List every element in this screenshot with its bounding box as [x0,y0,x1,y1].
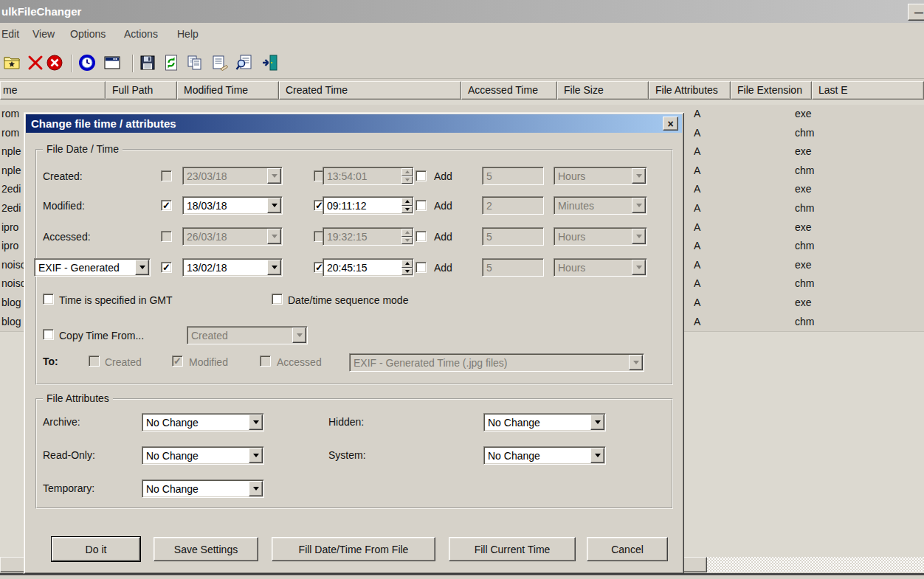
accessed-add-value-field[interactable]: 5 [482,227,544,246]
cancel-button[interactable]: Cancel [587,537,668,561]
accessed-add-unit-combobox[interactable]: Hours [554,227,647,246]
dropdown-arrow-icon[interactable] [590,448,604,463]
exif-generated-time-field[interactable]: 20:45:15 [323,258,414,277]
spin-down-button[interactable] [401,176,413,184]
spin-down-button[interactable] [401,237,413,245]
exif-generated-add-value-field[interactable]: 5 [482,258,544,277]
column-header-4[interactable]: Accessed Time [461,81,557,100]
clock-icon[interactable] [78,54,97,73]
menu-item-edit[interactable]: Edit [1,28,19,40]
sequence-mode-checkbox[interactable] [272,294,283,305]
dropdown-arrow-icon[interactable] [267,198,281,213]
spinner-buttons[interactable] [401,198,413,213]
read-only-combobox[interactable]: No Change [142,446,264,465]
created-date-combobox[interactable]: 23/03/18 [182,167,283,185]
menu-item-help[interactable]: Help [177,28,199,40]
save-settings-button[interactable]: Save Settings [154,537,258,561]
copy-time-from-combobox[interactable]: Created [187,326,308,344]
exif-source-combobox[interactable]: EXIF - Generated [34,258,151,277]
copy-time-from-checkbox[interactable] [43,329,54,340]
system-combobox[interactable]: No Change [483,446,606,465]
dropdown-arrow-icon[interactable] [632,229,646,244]
exif-generated-date-combobox[interactable]: 13/02/18 [182,258,283,277]
properties-icon[interactable] [211,54,230,73]
menu-item-view[interactable]: View [32,28,55,40]
modified-add-unit-combobox[interactable]: Minutes [554,196,647,215]
modified-date-combobox[interactable]: 18/03/18 [182,196,283,215]
gmt-checkbox[interactable] [43,294,54,305]
temporary-combobox[interactable]: No Change [142,479,264,498]
created-time-field[interactable]: 13:54:01 [323,167,414,185]
fill-current-time-button[interactable]: Fill Current Time [449,537,576,561]
minimize-button[interactable]: — [908,4,924,21]
spin-up-button[interactable] [401,198,413,206]
modified-time-field[interactable]: 09:11:12 [323,196,414,215]
accessed-add-checkbox[interactable] [416,231,427,242]
column-header-6[interactable]: File Attributes [649,81,731,100]
dropdown-arrow-icon[interactable] [590,415,604,430]
dropdown-arrow-icon[interactable] [632,168,646,184]
created-add-value-field[interactable]: 5 [482,167,544,185]
to-created-checkbox[interactable] [89,356,100,367]
column-header-8[interactable]: Last E [812,81,924,100]
dropdown-arrow-icon[interactable] [632,198,646,213]
fill-date-time-from-file-button[interactable]: Fill Date/Time From File [272,537,435,561]
exif-generated-add-checkbox[interactable] [416,262,427,273]
exif-generated-date-checkbox[interactable]: ✓ [161,262,172,273]
dropdown-arrow-icon[interactable] [249,415,263,430]
spin-up-button[interactable] [401,168,413,176]
delete-icon[interactable] [27,54,46,73]
hidden-combobox[interactable]: No Change [483,413,606,431]
dropdown-arrow-icon[interactable] [135,260,149,275]
window-icon[interactable] [103,54,123,73]
copy-icon[interactable] [186,54,205,73]
column-header-3[interactable]: Created Time [279,81,461,100]
spin-up-button[interactable] [401,260,413,268]
column-header-1[interactable]: Full Path [106,81,177,100]
stop-icon[interactable] [46,54,65,73]
dropdown-arrow-icon[interactable] [267,260,281,275]
dropdown-arrow-icon[interactable] [267,168,281,184]
dropdown-arrow-icon[interactable] [249,481,263,496]
dropdown-arrow-icon[interactable] [292,327,306,343]
exit-icon[interactable] [261,54,280,73]
window-titlebar[interactable]: ulkFileChanger — [0,0,924,23]
column-header-5[interactable]: File Size [557,81,649,100]
modified-add-value-field[interactable]: 2 [482,196,544,215]
created-date-checkbox[interactable] [161,170,172,181]
dropdown-arrow-icon[interactable] [249,448,263,463]
accessed-date-checkbox[interactable] [161,231,172,242]
exif-generated-add-unit-combobox[interactable]: Hours [554,258,647,277]
dropdown-arrow-icon[interactable] [632,260,646,275]
column-header-7[interactable]: File Extension [731,81,812,100]
refresh-icon[interactable] [162,54,182,73]
menu-item-actions[interactable]: Actions [124,28,158,40]
created-add-checkbox[interactable] [416,170,427,181]
accessed-time-field[interactable]: 19:32:15 [323,227,414,246]
spin-down-button[interactable] [401,268,413,276]
dialog-titlebar[interactable]: Change file time / attributes × [26,114,682,133]
accessed-date-combobox[interactable]: 26/03/18 [182,227,283,246]
do-it-button[interactable]: Do it [52,537,140,561]
spinner-buttons[interactable] [401,260,413,275]
find-icon[interactable] [235,54,255,73]
modified-add-checkbox[interactable] [416,200,427,211]
dropdown-arrow-icon[interactable] [629,355,643,370]
to-target-combobox[interactable]: EXIF - Generated Time (.jpg files) [349,353,644,372]
spin-up-button[interactable] [401,229,413,237]
save-icon[interactable] [139,54,158,73]
column-header-2[interactable]: Modified Time [177,81,279,100]
archive-combobox[interactable]: No Change [142,413,264,431]
column-header-0[interactable]: me [0,81,106,100]
menu-item-options[interactable]: Options [70,28,106,40]
dropdown-arrow-icon[interactable] [267,229,281,244]
to-modified-checkbox[interactable]: ✓ [172,356,183,367]
dialog-close-button[interactable]: × [663,117,678,131]
modified-date-checkbox[interactable]: ✓ [161,200,172,211]
add-files-icon[interactable] [3,54,22,73]
spinner-buttons[interactable] [401,168,413,184]
created-add-unit-combobox[interactable]: Hours [554,167,647,185]
to-accessed-checkbox[interactable] [260,356,271,367]
spin-down-button[interactable] [401,206,413,214]
spinner-buttons[interactable] [401,229,413,244]
